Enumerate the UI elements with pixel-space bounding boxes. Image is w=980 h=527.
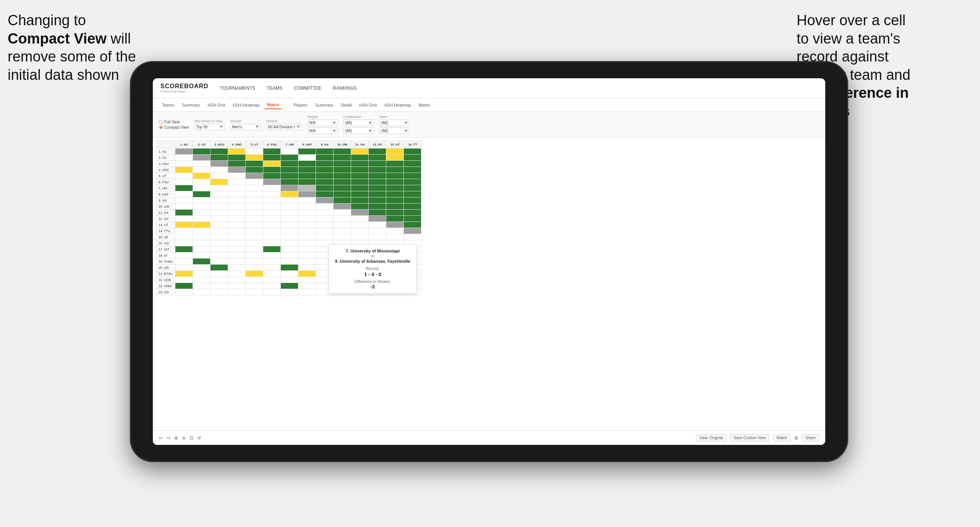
tab-players[interactable]: Players [290,101,311,109]
matrix-cell-13-1[interactable] [193,228,211,234]
matrix-cell-10-3[interactable] [228,210,246,216]
matrix-cell-5-0[interactable] [175,179,193,185]
matrix-cell-5-10[interactable] [351,179,369,185]
matrix-cell-1-12[interactable] [386,155,404,161]
matrix-cell-22-7[interactable] [298,283,316,289]
table-row[interactable]: 6. FSU [156,179,421,185]
matrix-cell-18-1[interactable] [193,259,211,265]
zoom-icon1[interactable]: ⊕ [174,435,178,441]
matrix-cell-9-12[interactable] [386,204,404,210]
matrix-cell-23-2[interactable] [211,289,228,295]
matrix-cell-22-2[interactable] [211,283,228,289]
matrix-cell-11-6[interactable] [281,216,298,222]
matrix-cell-12-0[interactable] [175,222,193,228]
matrix-cell-8-6[interactable] [281,197,298,204]
matrix-cell-4-0[interactable] [175,173,193,179]
filter-conf-select2[interactable]: (All) [343,128,374,134]
table-row[interactable]: 10. UW [156,204,421,210]
tab-teams[interactable]: Teams [159,101,177,109]
matrix-cell-8-7[interactable] [298,197,316,204]
matrix-cell-1-8[interactable] [316,155,334,161]
matrix-cell-4-1[interactable] [193,173,211,179]
matrix-cell-16-7[interactable] [298,246,316,252]
matrix-cell-22-3[interactable] [228,283,246,289]
matrix-cell-1-0[interactable] [175,155,193,161]
matrix-cell-20-7[interactable] [298,271,316,277]
filter-region-select2[interactable]: N/A [307,128,338,134]
matrix-cell-12-9[interactable] [334,222,351,228]
matrix-cell-14-13[interactable] [404,234,421,240]
matrix-cell-14-9[interactable] [334,234,351,240]
matrix-cell-12-8[interactable] [316,222,334,228]
matrix-cell-6-12[interactable] [386,185,404,191]
matrix-cell-8-3[interactable] [228,197,246,204]
matrix-cell-10-8[interactable] [316,210,334,216]
matrix-cell-4-13[interactable] [404,173,421,179]
refresh-icon[interactable]: ↺ [197,435,201,441]
matrix-cell-6-1[interactable] [193,185,211,191]
matrix-cell-15-7[interactable] [298,240,316,246]
matrix-cell-23-0[interactable] [175,289,193,295]
matrix-cell-20-5[interactable] [263,271,281,277]
matrix-cell-4-2[interactable] [211,173,228,179]
grid-icon[interactable]: ⊞ [794,435,798,441]
matrix-cell-7-7[interactable] [298,191,316,197]
matrix-cell-2-5[interactable] [263,161,281,167]
matrix-cell-10-10[interactable] [351,210,369,216]
matrix-cell-0-12[interactable] [386,149,404,155]
table-row[interactable]: 4. UNC [156,167,421,173]
matrix-cell-9-6[interactable] [281,204,298,210]
matrix-cell-6-8[interactable] [316,185,334,191]
matrix-cell-23-6[interactable] [281,289,298,295]
matrix-cell-1-7[interactable] [298,155,316,161]
matrix-cell-15-5[interactable] [263,240,281,246]
matrix-cell-10-13[interactable] [404,210,421,216]
matrix-cell-12-10[interactable] [351,222,369,228]
table-row[interactable]: 11. UA [156,210,421,216]
matrix-cell-17-0[interactable] [175,252,193,259]
tab-summary1[interactable]: Summary [179,101,203,109]
matrix-cell-4-5[interactable] [263,173,281,179]
matrix-cell-21-6[interactable] [281,277,298,283]
matrix-cell-4-4[interactable] [246,173,263,179]
matrix-cell-5-11[interactable] [369,179,386,185]
matrix-cell-10-9[interactable] [334,210,351,216]
matrix-cell-14-7[interactable] [298,234,316,240]
matrix-cell-18-7[interactable] [298,259,316,265]
matrix-cell-2-0[interactable] [175,161,193,167]
tab-h2h-heatmap1[interactable]: H2H Heatmap [230,101,262,109]
matrix-cell-0-10[interactable] [351,149,369,155]
matrix-cell-8-11[interactable] [369,197,386,204]
nav-rankings[interactable]: RANKINGS [333,84,357,92]
matrix-cell-7-6[interactable] [281,191,298,197]
matrix-cell-2-6[interactable] [281,161,298,167]
matrix-cell-14-3[interactable] [228,234,246,240]
matrix-container[interactable]: 1. AU 2. VU 3. ASU 4. UNC 5. UT 6. FSU 7… [153,137,825,430]
matrix-cell-8-9[interactable] [334,197,351,204]
matrix-cell-5-12[interactable] [386,179,404,185]
matrix-cell-2-11[interactable] [369,161,386,167]
undo-icon[interactable]: ↩ [159,435,163,441]
matrix-cell-16-5[interactable] [263,246,281,252]
matrix-cell-10-2[interactable] [211,210,228,216]
matrix-cell-0-1[interactable] [193,149,211,155]
matrix-cell-22-5[interactable] [263,283,281,289]
matrix-cell-19-5[interactable] [263,265,281,271]
matrix-cell-7-4[interactable] [246,191,263,197]
matrix-cell-18-6[interactable] [281,259,298,265]
matrix-cell-11-2[interactable] [211,216,228,222]
matrix-cell-7-10[interactable] [351,191,369,197]
matrix-cell-1-3[interactable] [228,155,246,161]
matrix-cell-19-0[interactable] [175,265,193,271]
matrix-cell-4-7[interactable] [298,173,316,179]
radio-compact-view[interactable]: Compact View [159,125,189,129]
matrix-cell-23-5[interactable] [263,289,281,295]
matrix-cell-14-5[interactable] [263,234,281,240]
matrix-cell-9-5[interactable] [263,204,281,210]
matrix-cell-11-8[interactable] [316,216,334,222]
matrix-cell-23-4[interactable] [246,289,263,295]
filter-region-select1[interactable]: N/A [307,120,338,126]
matrix-cell-15-0[interactable] [175,240,193,246]
matrix-cell-7-2[interactable] [211,191,228,197]
matrix-cell-2-2[interactable] [211,161,228,167]
